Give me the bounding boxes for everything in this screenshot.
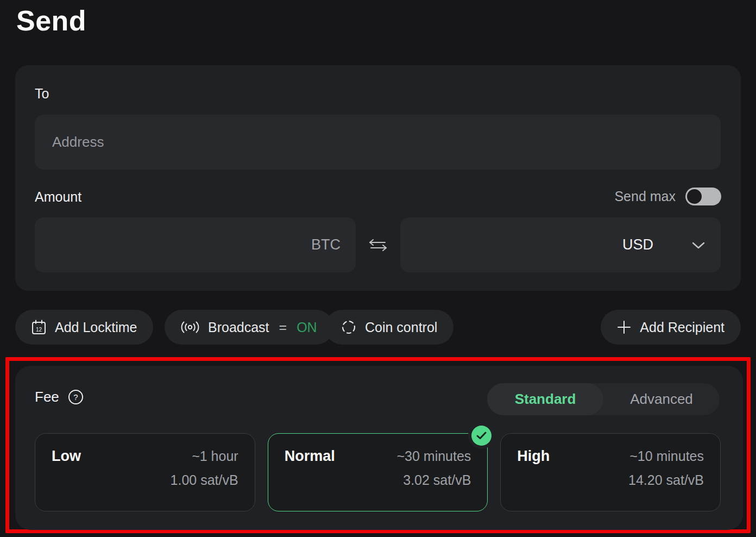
add-recipient-label: Add Recipient [640, 320, 724, 335]
plus-icon [617, 320, 631, 334]
fee-mode-tabs: Standard Advanced [487, 383, 720, 415]
fee-label: Fee [35, 389, 59, 405]
coin-control-button[interactable]: Coin control [325, 310, 453, 345]
broadcast-state: ON [297, 320, 317, 335]
fee-option-name: Normal [285, 448, 335, 465]
fee-option-name: High [517, 448, 550, 465]
tab-standard[interactable]: Standard [487, 383, 603, 415]
dashed-circle-icon [341, 320, 356, 335]
address-input[interactable] [35, 115, 721, 170]
swap-arrows-icon [369, 238, 387, 252]
fee-option-time: ~1 hour [192, 448, 238, 464]
svg-text:12: 12 [36, 327, 42, 333]
fee-option-low[interactable]: Low ~1 hour 1.00 sat/vB [35, 433, 255, 511]
broadcast-icon [181, 320, 199, 335]
add-locktime-button[interactable]: 12 Add Locktime [15, 310, 153, 345]
broadcast-label: Broadcast [208, 320, 269, 335]
selected-check-icon [471, 426, 492, 446]
send-form-card: To Amount Send max BTC USD [15, 65, 741, 291]
broadcast-equals: = [279, 320, 287, 335]
usd-unit-label: USD [622, 236, 653, 253]
chevron-down-icon[interactable] [691, 241, 705, 249]
send-max-toggle[interactable] [685, 188, 721, 205]
fee-option-time: ~10 minutes [629, 448, 704, 464]
btc-amount-input[interactable]: BTC [35, 217, 356, 272]
toggle-knob [687, 189, 702, 204]
fee-option-high[interactable]: High ~10 minutes 14.20 sat/vB [500, 433, 721, 511]
add-recipient-button[interactable]: Add Recipient [601, 310, 741, 345]
fee-option-name: Low [52, 448, 81, 465]
btc-unit-label: BTC [311, 236, 341, 253]
to-label: To [35, 86, 49, 102]
fee-option-normal[interactable]: Normal ~30 minutes 3.02 sat/vB [268, 433, 488, 511]
usd-amount-input[interactable]: USD [400, 217, 721, 272]
help-question-icon[interactable]: ? [68, 389, 84, 405]
calendar-icon: 12 [32, 320, 46, 335]
svg-text:?: ? [73, 392, 78, 402]
fee-section: Fee ? Standard Advanced Low ~1 hour 1.00… [15, 366, 743, 530]
add-locktime-label: Add Locktime [55, 320, 137, 335]
broadcast-toggle-button[interactable]: Broadcast = ON [165, 310, 333, 345]
swap-currency-button[interactable] [356, 238, 400, 252]
fee-option-rate: 14.20 sat/vB [517, 472, 704, 488]
fee-option-time: ~30 minutes [396, 448, 471, 464]
amount-label: Amount [35, 189, 81, 205]
tab-advanced[interactable]: Advanced [603, 383, 720, 415]
send-max-label: Send max [614, 189, 676, 204]
fee-option-rate: 3.02 sat/vB [285, 472, 471, 488]
page-title: Send [16, 4, 86, 37]
fee-option-rate: 1.00 sat/vB [52, 472, 238, 488]
coin-control-label: Coin control [365, 320, 437, 335]
